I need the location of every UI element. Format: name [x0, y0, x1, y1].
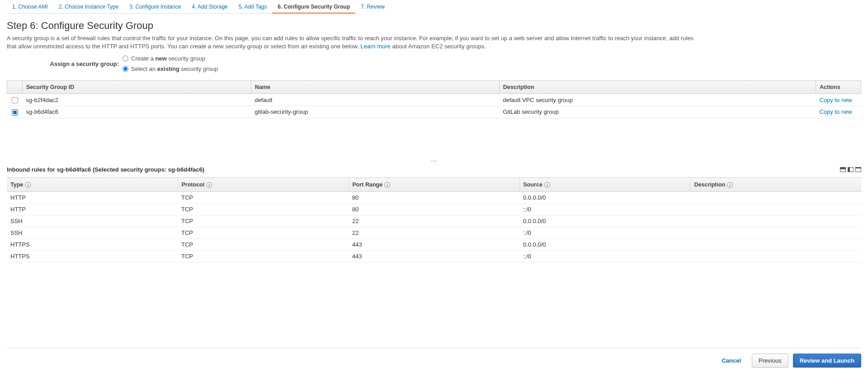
rule-port: 443: [349, 238, 519, 250]
info-icon[interactable]: i: [25, 182, 31, 188]
rule-type: SSH: [7, 215, 178, 227]
rule-description: [690, 215, 861, 227]
assign-security-group: Assign a security group: Create a new se…: [7, 55, 861, 72]
sg-col-description[interactable]: Description: [499, 81, 816, 94]
info-icon[interactable]: i: [727, 182, 733, 188]
wizard-tab-6[interactable]: 7. Review: [355, 1, 390, 14]
rule-row: SSHTCP22::/0: [7, 227, 861, 238]
radio-select-existing-input[interactable]: [123, 66, 128, 72]
cancel-button[interactable]: Cancel: [715, 354, 747, 367]
rule-protocol: TCP: [178, 215, 349, 227]
wizard-tab-2[interactable]: 3. Configure Instance: [124, 1, 186, 14]
rule-protocol: TCP: [178, 238, 349, 250]
rule-type: HTTP: [7, 191, 178, 203]
sg-row[interactable]: sg-b2f4dac2defaultdefault VPC security g…: [7, 94, 861, 106]
rule-description: [690, 238, 861, 250]
inbound-rules-table: Typei Protocoli Port Rangei Sourcei Desc…: [7, 177, 861, 262]
wizard-tab-0[interactable]: 1. Choose AMI: [7, 1, 53, 14]
review-and-launch-button[interactable]: Review and Launch: [793, 354, 861, 368]
inbound-header: Inbound rules for sg-b6d4fac6 (Selected …: [7, 166, 861, 173]
copy-to-new-link[interactable]: Copy to new: [820, 97, 852, 103]
radio-create-new[interactable]: Create a new security group: [123, 55, 218, 62]
pane-resize-handle[interactable]: •••: [7, 159, 861, 163]
wizard-footer: Cancel Previous Review and Launch: [7, 348, 861, 368]
rule-row: HTTPTCP80::/0: [7, 203, 861, 215]
radio-select-existing-label: Select an existing security group: [131, 65, 218, 72]
sg-col-actions: Actions: [816, 81, 861, 94]
page-description-after: about Amazon EC2 security groups.: [392, 43, 486, 50]
rule-source: 0.0.0.0/0: [519, 215, 690, 227]
rule-description: [690, 250, 861, 262]
assign-radio-group: Create a new security group Select an ex…: [123, 55, 218, 72]
rule-description: [690, 191, 861, 203]
rule-protocol: TCP: [178, 191, 349, 203]
learn-more-link[interactable]: Learn more: [360, 43, 390, 50]
rules-col-port[interactable]: Port Rangei: [349, 177, 519, 191]
view-icon-split[interactable]: [848, 167, 854, 172]
wizard-tabs: 1. Choose AMI2. Choose Instance Type3. C…: [7, 0, 861, 14]
sg-row-id: sg-b2f4dac2: [23, 94, 251, 106]
sg-col-name[interactable]: Name: [251, 81, 499, 94]
rule-row: HTTPTCP800.0.0.0/0: [7, 191, 861, 203]
radio-create-new-input[interactable]: [123, 56, 128, 61]
rule-protocol: TCP: [178, 203, 349, 215]
rule-row: SSHTCP220.0.0.0/0: [7, 215, 861, 227]
sg-row-id: sg-b6d4fac6: [23, 106, 251, 118]
sg-col-checkbox: [7, 81, 23, 94]
rule-type: HTTPS: [7, 250, 178, 262]
view-icon-stacked[interactable]: [840, 167, 846, 172]
rule-port: 22: [349, 215, 519, 227]
sg-row-name: gitlab-security-group: [251, 106, 499, 118]
sg-col-id[interactable]: Security Group ID: [23, 81, 251, 94]
rule-description: [690, 227, 861, 238]
rule-protocol: TCP: [178, 250, 349, 262]
rule-source: 0.0.0.0/0: [519, 238, 690, 250]
rules-col-source[interactable]: Sourcei: [519, 177, 690, 191]
sg-row[interactable]: sg-b6d4fac6gitlab-security-groupGitLab s…: [7, 106, 861, 118]
rule-source: ::/0: [519, 250, 690, 262]
sg-row-description: default VPC security group: [499, 94, 816, 106]
rule-source: ::/0: [519, 227, 690, 238]
rules-col-type[interactable]: Typei: [7, 177, 178, 191]
rules-col-protocol[interactable]: Protocoli: [178, 177, 349, 191]
sg-row-description: GitLab security group: [499, 106, 816, 118]
info-icon[interactable]: i: [544, 182, 550, 188]
rule-protocol: TCP: [178, 227, 349, 238]
inbound-title: Inbound rules for sg-b6d4fac6 (Selected …: [7, 166, 204, 173]
page-description: A security group is a set of firewall ru…: [7, 34, 698, 51]
security-groups-table: Security Group ID Name Description Actio…: [7, 80, 861, 118]
rule-port: 443: [349, 250, 519, 262]
rule-type: SSH: [7, 227, 178, 238]
radio-select-existing[interactable]: Select an existing security group: [123, 65, 218, 72]
assign-label: Assign a security group:: [7, 61, 119, 67]
radio-create-new-label: Create a new security group: [131, 55, 205, 62]
rule-source: 0.0.0.0/0: [519, 191, 690, 203]
rule-description: [690, 203, 861, 215]
rule-type: HTTPS: [7, 238, 178, 250]
info-icon[interactable]: i: [206, 182, 212, 188]
page-description-text: A security group is a set of firewall ru…: [7, 35, 693, 50]
copy-to-new-link[interactable]: Copy to new: [820, 108, 852, 115]
rule-source: ::/0: [519, 203, 690, 215]
wizard-tab-5[interactable]: 6. Configure Security Group: [272, 1, 355, 14]
rule-port: 80: [349, 203, 519, 215]
sg-row-checkbox[interactable]: [12, 109, 18, 116]
wizard-tab-3[interactable]: 4. Add Storage: [186, 1, 233, 14]
view-icon-full[interactable]: [855, 167, 861, 172]
rule-type: HTTP: [7, 203, 178, 215]
wizard-tab-1[interactable]: 2. Choose Instance Type: [53, 1, 124, 14]
sg-row-checkbox[interactable]: [12, 97, 18, 103]
rule-port: 80: [349, 191, 519, 203]
view-mode-icons: [840, 167, 861, 172]
page-title: Step 6: Configure Security Group: [7, 20, 861, 32]
rule-row: HTTPSTCP443::/0: [7, 250, 861, 262]
rule-port: 22: [349, 227, 519, 238]
previous-button[interactable]: Previous: [752, 354, 788, 368]
rules-col-description[interactable]: Descriptioni: [690, 177, 861, 191]
wizard-tab-4[interactable]: 5. Add Tags: [233, 1, 273, 14]
rule-row: HTTPSTCP4430.0.0.0/0: [7, 238, 861, 250]
sg-row-name: default: [251, 94, 499, 106]
info-icon[interactable]: i: [384, 182, 390, 188]
